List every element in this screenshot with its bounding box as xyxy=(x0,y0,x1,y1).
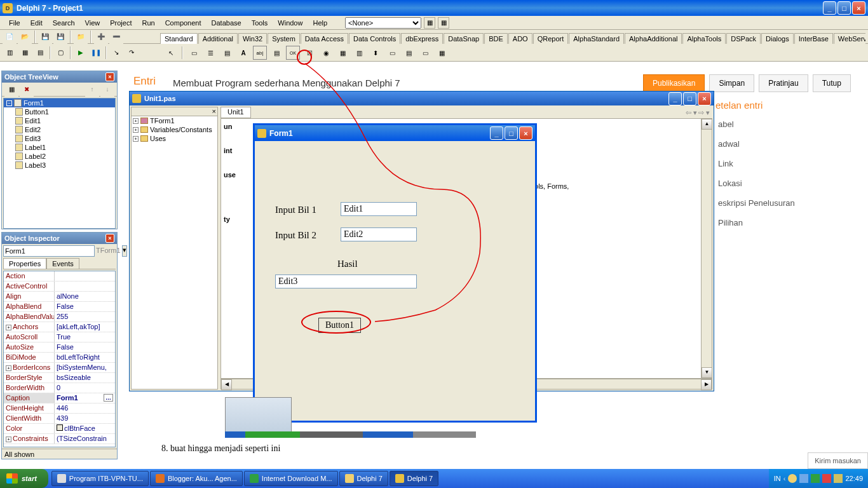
label1[interactable]: Input Bil 1 xyxy=(275,205,316,215)
palette-tab-dbexpress[interactable]: dbExpress xyxy=(401,33,443,44)
trace-into-button[interactable]: ↘ xyxy=(109,46,123,60)
prop-bordericons[interactable]: +BorderIcons[biSystemMenu, xyxy=(4,363,115,373)
tray-expand-icon[interactable]: ‹ xyxy=(783,475,786,482)
inspector-object-input[interactable] xyxy=(3,245,95,257)
button-icon[interactable]: OK xyxy=(286,46,300,60)
palette-tab-interbase[interactable]: InterBase xyxy=(794,33,833,44)
label-icon[interactable]: A xyxy=(236,46,250,60)
tab-properties[interactable]: Properties xyxy=(3,258,46,269)
preview-button[interactable]: Pratinjau xyxy=(759,74,808,92)
ce-variables[interactable]: +Variables/Constants xyxy=(132,125,217,134)
radiogroup-icon[interactable]: ▤ xyxy=(402,46,416,60)
listbox-icon[interactable]: ▦ xyxy=(336,46,349,60)
tree-root[interactable]: − Form1 xyxy=(4,98,115,107)
menu-project[interactable]: Project xyxy=(105,17,137,29)
menu-file[interactable]: File xyxy=(4,17,25,29)
prop-constraints[interactable]: +Constraints(TSizeConstrain xyxy=(4,434,115,444)
palette-tab-ado[interactable]: ADO xyxy=(508,33,532,44)
prop-caption[interactable]: CaptionForm1… xyxy=(4,393,115,403)
tree-item-label1[interactable]: Label1 xyxy=(4,143,115,152)
feedback-button[interactable]: Kirim masukan xyxy=(808,452,868,469)
memo-icon[interactable]: ▤ xyxy=(269,46,283,60)
prop-borderwidth[interactable]: BorderWidth0 xyxy=(4,383,115,393)
toolbar-btn-b[interactable]: ▦ xyxy=(438,17,449,29)
publish-button[interactable]: Publikasikan xyxy=(643,74,705,92)
code-titlebar[interactable]: Unit1.pas _ □ × xyxy=(130,92,714,105)
clock[interactable]: 22:49 xyxy=(845,475,863,482)
palette-tab-win32[interactable]: Win32 xyxy=(238,33,267,44)
prop-autosize[interactable]: AutoSizeFalse xyxy=(4,342,115,353)
minimize-button[interactable]: _ xyxy=(823,1,836,15)
setting-label[interactable]: abel xyxy=(715,114,868,134)
inspector-grid[interactable]: ActionActiveControlAlignalNoneAlphaBlend… xyxy=(3,271,116,447)
scroll-right-icon[interactable]: ▶ xyxy=(701,379,712,390)
step-over-button[interactable]: ↷ xyxy=(125,46,139,60)
project-combo[interactable]: <None> xyxy=(345,17,421,29)
palette-tab-dataaccess[interactable]: Data Access xyxy=(301,33,348,44)
menu-help[interactable]: Help xyxy=(308,17,332,29)
task-blogger-aku-agen-[interactable]: Blogger: Aku... Agen... xyxy=(150,471,243,486)
prop-clientheight[interactable]: ClientHeight446 xyxy=(4,403,115,414)
nav-back-icon[interactable]: ⇦ ▾ xyxy=(686,109,697,117)
tray-icon-5[interactable] xyxy=(834,474,843,483)
task-program-itb-vpn-tu-[interactable]: Program ITB-VPN-TU... xyxy=(51,471,149,486)
palette-tab-qreport[interactable]: QReport xyxy=(533,33,569,44)
close-editor-button[interactable]: Tutup xyxy=(813,74,851,92)
view-form-button[interactable]: ▦ xyxy=(18,46,32,60)
open-button[interactable]: 📂 xyxy=(18,30,32,44)
prop-action[interactable]: Action xyxy=(4,271,115,281)
task-internet-download-m-[interactable]: Internet Download M... xyxy=(244,471,338,486)
code-explorer-close[interactable]: × xyxy=(212,107,216,116)
treeview-close-button[interactable]: × xyxy=(105,72,114,81)
open-project-button[interactable]: 📁 xyxy=(74,30,88,44)
saveall-button[interactable]: 💾 xyxy=(53,30,67,44)
inspector-dropdown-icon[interactable]: ▾ xyxy=(122,245,127,257)
palette-tab-dspack[interactable]: DSPack xyxy=(726,33,761,44)
ce-uses[interactable]: +Uses xyxy=(132,134,217,143)
palette-tab-webservices[interactable]: WebServices xyxy=(834,33,865,44)
menu-edit[interactable]: Edit xyxy=(25,17,48,29)
popupmenu-icon[interactable]: ▤ xyxy=(220,46,234,60)
run-button[interactable]: ▶ xyxy=(74,46,88,60)
view-unit-button[interactable]: ▥ xyxy=(3,46,17,60)
tray-icon-1[interactable] xyxy=(788,474,797,483)
menu-search[interactable]: Search xyxy=(48,17,80,29)
edit1[interactable]: Edit1 xyxy=(341,202,417,216)
new-button[interactable]: 📄 xyxy=(3,30,17,44)
treeview-tb1[interactable]: ▦ xyxy=(4,83,18,97)
tray-icon-3[interactable] xyxy=(811,474,820,483)
inspector-close-button[interactable]: × xyxy=(105,234,114,243)
task-delphi-7[interactable]: Delphi 7 xyxy=(390,471,438,486)
pause-button[interactable]: ❚❚ xyxy=(89,46,103,60)
prop-autoscroll[interactable]: AutoScrollTrue xyxy=(4,332,115,342)
close-button[interactable]: × xyxy=(852,1,865,15)
checkbox-icon[interactable]: ☒ xyxy=(302,46,316,60)
panel-icon[interactable]: ▭ xyxy=(418,46,432,60)
scrollbar-icon[interactable]: ⬍ xyxy=(369,46,383,60)
tray-icon-2[interactable] xyxy=(799,474,808,483)
menu-component[interactable]: Component xyxy=(160,17,207,29)
frames-icon[interactable]: ▭ xyxy=(187,46,201,60)
prop-alphablend[interactable]: AlphaBlendFalse xyxy=(4,302,115,312)
prop-alphablendvalue[interactable]: AlphaBlendValue255 xyxy=(4,312,115,322)
setting-schedule[interactable]: adwal xyxy=(715,134,868,154)
tree-item-label2[interactable]: Label2 xyxy=(4,152,115,161)
groupbox-icon[interactable]: ▭ xyxy=(385,46,399,60)
inspector-object-combo[interactable]: TForm1 ▾ xyxy=(3,245,116,257)
code-minimize-button[interactable]: _ xyxy=(668,92,682,105)
language-indicator[interactable]: IN xyxy=(774,475,781,482)
palette-tab-datasnap[interactable]: DataSnap xyxy=(444,33,484,44)
maximize-button[interactable]: □ xyxy=(837,1,851,15)
edit-icon[interactable]: ab| xyxy=(253,46,267,60)
tree-item-label3[interactable]: Label3 xyxy=(4,161,115,170)
menu-run[interactable]: Run xyxy=(137,17,159,29)
treeview-tb2[interactable]: ✖ xyxy=(20,83,34,97)
prop-align[interactable]: AlignalNone xyxy=(4,292,115,302)
mainmenu-icon[interactable]: ☰ xyxy=(203,46,217,60)
new-form-button[interactable]: ▢ xyxy=(53,46,67,60)
code-vscroll[interactable]: ▲ ▼ xyxy=(701,119,712,378)
tree-item-edit3[interactable]: Edit3 xyxy=(4,134,115,143)
actionlist-icon[interactable]: ▦ xyxy=(435,46,449,60)
prop-color[interactable]: ColorclBtnFace xyxy=(4,424,115,434)
palette-tab-bde[interactable]: BDE xyxy=(484,33,508,44)
